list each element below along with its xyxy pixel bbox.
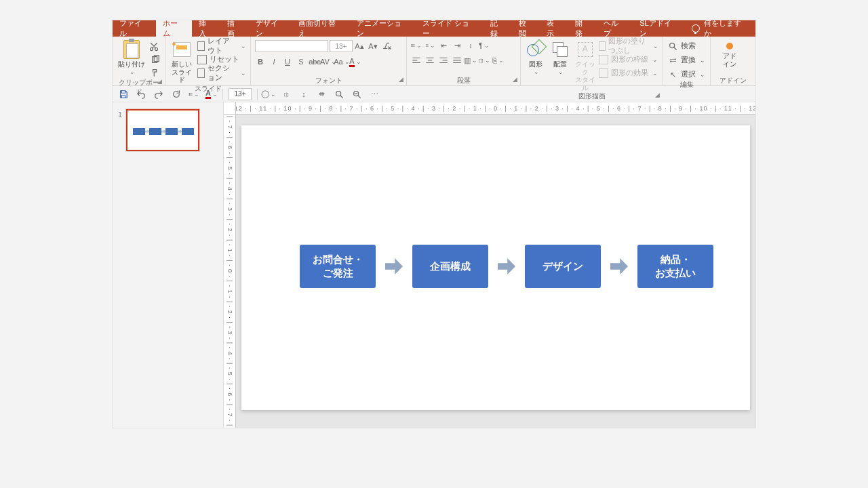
paste-button[interactable]: 貼り付け ⌄ xyxy=(117,39,146,75)
font-family-select[interactable] xyxy=(255,40,328,52)
dialog-launcher-icon[interactable]: ◢ xyxy=(513,76,517,83)
strikethrough-button[interactable]: abc xyxy=(309,56,320,67)
qat-spacing-button[interactable]: ↕ xyxy=(298,89,309,100)
svg-point-1 xyxy=(155,47,157,50)
tab-animations[interactable]: アニメーション xyxy=(350,20,416,37)
tab-insert[interactable]: 挿入 xyxy=(192,20,220,37)
tab-transitions[interactable]: 画面切り替え xyxy=(292,20,350,37)
smartart-flow[interactable]: お問合せ・ ご発注 企画構成 デザイン 納品・ お支払い xyxy=(300,245,692,288)
quick-styles-button[interactable]: クイック スタイル xyxy=(574,39,596,92)
horizontal-ruler[interactable]: · 16 · | · 15 · | · 14 · | · 13 · | · 12… xyxy=(236,102,755,115)
section-button[interactable]: セクション⌄ xyxy=(197,67,246,79)
align-text-button[interactable]: ⎅⌄ xyxy=(479,55,490,66)
font-size-select[interactable]: 13+ xyxy=(330,40,353,52)
qat-align-button[interactable]: ⎅ xyxy=(281,89,292,100)
tab-review[interactable]: 校閲 xyxy=(512,20,540,37)
search-icon xyxy=(667,41,678,52)
font-color-button[interactable]: A⌄ xyxy=(350,56,361,67)
shadow-button[interactable]: S xyxy=(296,56,307,67)
shape-fill-button[interactable]: 図形の塗りつぶし⌄ xyxy=(599,40,658,52)
tab-record[interactable]: 記録 xyxy=(484,20,512,37)
tab-design[interactable]: デザイン xyxy=(249,20,292,37)
select-button[interactable]: ↖選択⌄ xyxy=(667,68,705,80)
tab-slideshow[interactable]: スライド ショー xyxy=(416,20,484,37)
decrease-indent-button[interactable]: ⇤ xyxy=(438,40,449,51)
group-slides: 新しい スライド レイアウト⌄ リセット セクション⌄ スライド xyxy=(165,37,251,85)
tab-file[interactable]: ファイル xyxy=(113,20,156,37)
underline-button[interactable]: U xyxy=(282,56,293,67)
italic-button[interactable]: I xyxy=(269,56,279,67)
cut-button[interactable] xyxy=(149,41,159,52)
flow-step-2[interactable]: 企画構成 xyxy=(412,245,488,288)
tab-view[interactable]: 表示 xyxy=(540,20,568,37)
tab-home[interactable]: ホーム xyxy=(156,20,192,37)
align-left-button[interactable] xyxy=(411,55,422,66)
flow-step-1[interactable]: お問合せ・ ご発注 xyxy=(300,245,376,288)
justify-button[interactable] xyxy=(452,55,462,66)
group-editing-label: 編集 xyxy=(680,81,694,88)
slide-number: 1 xyxy=(118,109,122,151)
arrow-icon xyxy=(498,258,515,274)
slide-thumbnail-1[interactable] xyxy=(126,109,199,151)
columns-button[interactable]: ▥⌄ xyxy=(465,55,476,66)
slide-canvas[interactable]: お問合せ・ ご発注 企画構成 デザイン 納品・ お支払い xyxy=(241,125,750,410)
shape-effects-button[interactable]: 図形の効果⌄ xyxy=(599,67,658,79)
tab-help[interactable]: ヘルプ xyxy=(597,20,633,37)
char-spacing-button[interactable]: AV⌄ xyxy=(323,56,334,67)
decrease-font-button[interactable]: A▾ xyxy=(368,41,378,52)
bullets-button[interactable]: ⌄ xyxy=(411,40,422,51)
svg-point-6 xyxy=(412,46,412,47)
clear-formatting-button[interactable] xyxy=(381,41,392,52)
qat-shape-button[interactable]: ◯⌄ xyxy=(263,89,274,100)
addin-icon xyxy=(726,43,733,49)
cursor-icon: ↖ xyxy=(667,69,678,80)
app-window: ファイル ホーム 挿入 描画 デザイン 画面切り替え アニメーション スライド … xyxy=(113,20,755,428)
tab-draw[interactable]: 描画 xyxy=(220,20,249,37)
change-case-button[interactable]: Aa⌄ xyxy=(336,56,347,67)
dialog-launcher-icon[interactable]: ◢ xyxy=(157,78,162,85)
bold-button[interactable]: B xyxy=(255,56,266,67)
align-right-button[interactable] xyxy=(438,55,449,66)
text-direction-button[interactable]: ¶⌄ xyxy=(479,40,490,51)
replace-button[interactable]: ⮂置換⌄ xyxy=(667,54,705,66)
clipboard-icon xyxy=(123,40,140,59)
layout-button[interactable]: レイアウト⌄ xyxy=(197,40,246,52)
numbering-button[interactable]: ⌄ xyxy=(425,40,435,51)
arrange-button[interactable]: 配置⌄ xyxy=(549,39,571,75)
qat-more-button[interactable]: ⋯ xyxy=(369,89,380,100)
dialog-launcher-icon[interactable]: ◢ xyxy=(399,76,403,83)
group-editing: 検索 ⮂置換⌄ ↖選択⌄ 編集 xyxy=(663,37,711,85)
bulb-icon xyxy=(692,24,700,33)
shapes-button[interactable]: 図形⌄ xyxy=(525,39,547,75)
copy-button[interactable] xyxy=(150,54,161,65)
group-drawing: 図形⌄ 配置⌄ クイック スタイル 図形の塗りつぶし⌄ 図形の枠線⌄ 図形の効果… xyxy=(521,37,663,85)
qat-zoomout-button[interactable] xyxy=(351,89,362,100)
tell-me-label: 何をしますか xyxy=(704,18,749,39)
work-area: 1 · 16 · | · 15 · | · 14 · | · 13 · | · … xyxy=(113,102,755,428)
tab-developer[interactable]: 開発 xyxy=(568,20,597,37)
align-center-button[interactable] xyxy=(425,55,435,66)
qat-zoomfit-button[interactable] xyxy=(334,89,344,100)
line-spacing-button[interactable]: ↕ xyxy=(465,40,476,51)
flow-step-3[interactable]: デザイン xyxy=(525,245,601,288)
dialog-launcher-icon[interactable]: ◢ xyxy=(655,92,660,98)
ruler-corner xyxy=(224,102,236,115)
increase-font-button[interactable]: A▴ xyxy=(354,41,365,52)
tell-me-search[interactable]: 何をしますか xyxy=(685,20,755,37)
vertical-ruler[interactable]: · 9 · | · 8 · | · 7 · | · 6 · | · 5 · | … xyxy=(224,115,236,428)
shape-outline-button[interactable]: 図形の枠線⌄ xyxy=(599,54,658,65)
redo-button[interactable] xyxy=(153,89,164,100)
paste-label: 貼り付け xyxy=(117,60,146,68)
arrange-icon xyxy=(553,42,568,57)
increase-indent-button[interactable]: ⇥ xyxy=(452,40,462,51)
qat-distribute-button[interactable]: ⇼ xyxy=(316,89,327,100)
addin-button[interactable]: アド イン xyxy=(715,39,745,68)
save-button[interactable] xyxy=(118,89,129,100)
smartart-button[interactable]: ⎘⌄ xyxy=(492,55,503,66)
find-button[interactable]: 検索 xyxy=(667,40,696,52)
new-slide-button[interactable]: 新しい スライド xyxy=(170,39,195,84)
flow-step-4[interactable]: 納品・ お支払い xyxy=(637,245,713,288)
group-font: 13+ A▴ A▾ B I U S abc AV⌄ Aa⌄ A⌄ フォント◢ xyxy=(251,37,407,85)
tab-sladdin[interactable]: SLアドイン xyxy=(633,20,685,37)
format-painter-button[interactable] xyxy=(150,67,161,78)
